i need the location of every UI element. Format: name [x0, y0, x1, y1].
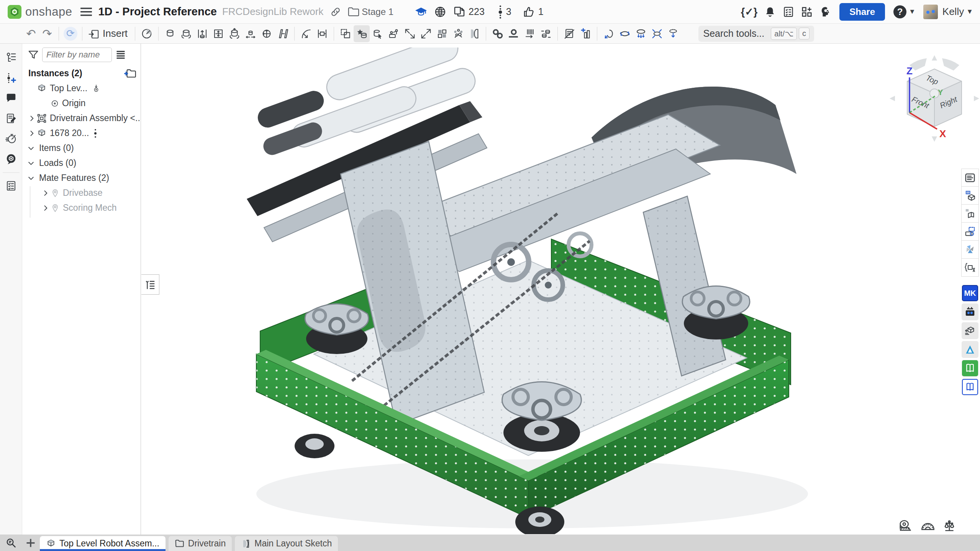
user-avatar[interactable] [923, 5, 938, 19]
create-folder-icon[interactable] [124, 68, 136, 79]
bluebook-app-button[interactable] [962, 379, 978, 395]
split-icon[interactable] [466, 25, 482, 42]
sim-force-icon[interactable] [633, 25, 649, 42]
sim-torque-icon[interactable] [601, 25, 617, 42]
tree-item-top-lev[interactable]: Top Lev... [22, 81, 141, 96]
public-globe-icon[interactable] [434, 6, 446, 18]
named-positions-icon[interactable] [354, 25, 370, 42]
mk-app-button[interactable]: MK [962, 285, 978, 302]
mass-properties-icon[interactable] [942, 519, 956, 532]
ball-mate-icon[interactable] [259, 25, 275, 42]
slider-mate-icon[interactable] [194, 25, 210, 42]
select-replace-icon[interactable] [370, 25, 386, 42]
tree-item-drivetrain-assembly[interactable]: Drivetrain Assembly <... [22, 111, 141, 126]
robot-app-button[interactable] [962, 303, 978, 320]
apps-grid-icon[interactable] [801, 6, 813, 18]
tree-item-origin[interactable]: Origin [22, 96, 141, 111]
tree-item-mate-features-2[interactable]: Mate Features (2) [22, 171, 141, 185]
undo-icon[interactable]: ↶ [23, 25, 39, 42]
user-menu-caret-icon[interactable]: ▼ [966, 8, 973, 16]
group-icon[interactable] [338, 25, 354, 42]
folder-icon[interactable] [348, 7, 359, 17]
linear-pattern-icon[interactable] [434, 25, 450, 42]
copies-icon[interactable] [453, 6, 465, 18]
sync-icon[interactable]: ⟳ [62, 25, 79, 42]
help-caret-icon[interactable]: ▼ [909, 8, 916, 16]
ai-assistant-icon[interactable] [819, 6, 832, 18]
tree-item-loads-0[interactable]: Loads (0) [22, 156, 141, 171]
add-tab-icon[interactable] [25, 538, 36, 548]
chevron-right-icon[interactable] [27, 130, 37, 137]
tangent-mate-icon[interactable] [298, 25, 314, 42]
revolute-mate-icon[interactable] [178, 25, 194, 42]
transfer-icon[interactable] [402, 25, 418, 42]
chevron-down-icon[interactable] [26, 174, 36, 182]
list-view-icon[interactable] [115, 49, 126, 60]
versions-icon[interactable] [498, 5, 503, 19]
tree-collapse-handle[interactable] [141, 274, 159, 295]
in-context-panel-button[interactable] [961, 205, 979, 223]
tree-item-drivebase[interactable]: Drivebase [22, 185, 141, 200]
link-icon[interactable] [330, 7, 341, 17]
tab-top-level-robot-assem[interactable]: Top Level Robot Assem... [40, 536, 166, 551]
belt-relation-icon[interactable] [538, 25, 554, 42]
appearance-panel-button[interactable] [961, 241, 979, 259]
tab-drivetrain[interactable]: Drivetrain [169, 536, 232, 551]
sim-compress-icon[interactable] [649, 25, 665, 42]
bom-hidden-icon[interactable] [561, 25, 577, 42]
filter-funnel-icon[interactable] [28, 49, 39, 61]
insert-icon[interactable] [86, 25, 102, 42]
feedback-icon[interactable] [3, 151, 20, 167]
mate-connector-icon[interactable] [314, 25, 330, 42]
search-tabs-icon[interactable] [5, 537, 17, 549]
featurescript-check-icon[interactable]: {✓} [741, 6, 758, 18]
history-icon[interactable] [3, 130, 20, 147]
notifications-bell-icon[interactable] [764, 6, 776, 18]
azure-app-button[interactable] [962, 341, 978, 358]
filter-input[interactable] [42, 48, 112, 62]
gear-relation-icon[interactable] [490, 25, 506, 42]
chevron-right-icon[interactable] [27, 115, 37, 122]
search-tools[interactable]: Search tools... alt/⌥ c [698, 26, 814, 42]
versions-add-icon[interactable] [3, 69, 20, 86]
redo-icon[interactable]: ↷ [39, 25, 55, 42]
parallel-mate-icon[interactable] [275, 25, 291, 42]
tree-item-items-0[interactable]: Items (0) [22, 141, 141, 156]
configurations-panel-button[interactable] [961, 187, 979, 205]
tree-item-1678-20[interactable]: 1678 20... [22, 126, 141, 141]
pin-slot-mate-icon[interactable] [243, 25, 259, 42]
structure-tree-icon[interactable] [3, 49, 20, 66]
sim-gravity-icon[interactable] [665, 25, 681, 42]
insert-table-icon[interactable] [577, 25, 593, 42]
transfer-alt-icon[interactable] [418, 25, 434, 42]
like-thumb-icon[interactable] [523, 6, 535, 18]
follow-tasks-icon[interactable] [3, 177, 20, 194]
planar-mate-icon[interactable] [210, 25, 226, 42]
chevron-down-icon[interactable] [26, 144, 36, 152]
tree-item-scoring-mech[interactable]: Scoring Mech [22, 200, 141, 215]
learning-cap-icon[interactable] [415, 6, 427, 18]
greenbook-app-button[interactable] [962, 360, 978, 377]
onshape-logo[interactable]: onshape [0, 5, 72, 19]
view-cube[interactable]: Top Front Right Z X Y [887, 51, 980, 146]
snapshot-icon[interactable] [139, 25, 155, 42]
protractor-icon[interactable] [920, 519, 936, 532]
tasks-checklist-icon[interactable] [783, 6, 794, 18]
sim-rotation-icon[interactable] [617, 25, 633, 42]
insert-label[interactable]: Insert [103, 28, 128, 39]
fastened-mate-icon[interactable] [162, 25, 178, 42]
user-name[interactable]: Kelly [942, 6, 964, 18]
main-menu-icon[interactable] [80, 7, 92, 17]
chevron-right-icon[interactable] [41, 189, 51, 197]
screw-relation-icon[interactable] [522, 25, 538, 42]
share-button[interactable]: Share [839, 3, 885, 21]
named-views-panel-button[interactable] [961, 223, 979, 241]
dots-icon[interactable] [93, 128, 97, 138]
rack-relation-icon[interactable] [506, 25, 522, 42]
explode-icon[interactable] [450, 25, 466, 42]
help-button[interactable]: ? [893, 5, 906, 18]
release-notes-icon[interactable] [3, 110, 20, 127]
replicate-icon[interactable] [386, 25, 402, 42]
panel-list-panel-button[interactable] [961, 169, 979, 187]
tab-main-layout-sketch[interactable]: Main Layout Sketch [235, 536, 338, 551]
